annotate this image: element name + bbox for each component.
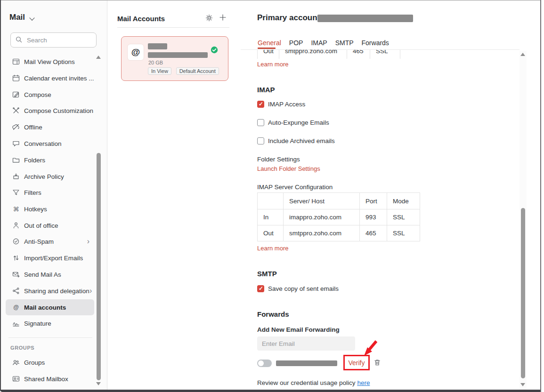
forward-email-input[interactable]: [257, 336, 355, 351]
auto-expunge-row[interactable]: Auto-Expunge Emails: [257, 119, 329, 126]
imap-access-row[interactable]: IMAP Access: [257, 101, 305, 108]
sidebar-item-conversation[interactable]: Conversation: [6, 136, 94, 152]
window-border-top: [0, 0, 541, 0]
add-forwarding-label: Add New Email Forwarding: [257, 326, 340, 333]
sidebar-item-filters[interactable]: Filters: [6, 184, 94, 200]
include-archived-row[interactable]: Include Archived emails: [257, 137, 335, 144]
groups-section-header: GROUPS: [10, 345, 34, 351]
learn-more-link[interactable]: Learn more: [257, 245, 288, 252]
sidebar-item-folders[interactable]: Folders: [6, 152, 94, 168]
badge-row: In View Default Account: [148, 67, 222, 75]
sidebar-item-label: Filters: [24, 189, 41, 196]
tab-smtp[interactable]: SMTP: [335, 39, 354, 47]
tab-imap[interactable]: IMAP: [311, 39, 327, 47]
signature-icon: [12, 320, 20, 327]
sidebar-item-groups[interactable]: Groups: [6, 354, 94, 370]
sidebar-item-out-of-office[interactable]: Out of office: [6, 217, 94, 233]
search-input[interactable]: [26, 35, 94, 45]
tab-forwards[interactable]: Forwards: [362, 39, 389, 47]
imap-server-table: Server/ Host Port Mode In imappro.zoho.c…: [257, 192, 420, 241]
sidebar-scroll-down-icon[interactable]: [96, 382, 101, 385]
sidebar-item-label: Groups: [24, 359, 45, 366]
table-header-cell: Port: [360, 193, 387, 209]
toggle-knob: [258, 360, 264, 366]
add-account-icon[interactable]: [219, 14, 227, 23]
sidebar-scrollbar-thumb[interactable]: [97, 153, 101, 380]
sidebar-item-compose-customization[interactable]: Compose Customization: [6, 103, 94, 119]
right-scroll-down-icon[interactable]: [520, 383, 525, 386]
trash-icon[interactable]: [373, 359, 381, 368]
auto-expunge-checkbox[interactable]: [257, 119, 264, 126]
include-archived-checkbox[interactable]: [257, 137, 264, 144]
launch-folder-settings-link[interactable]: Launch Folder Settings: [257, 165, 320, 172]
page-title: Primary account: [257, 13, 320, 23]
sidebar-item-label: Compose Customization: [24, 107, 93, 114]
mail-accounts-icon: @: [12, 304, 20, 311]
policy-here-link[interactable]: here: [357, 379, 370, 386]
checkbox-label: Auto-Expunge Emails: [268, 119, 329, 126]
sidebar-item-mail-accounts[interactable]: @ Mail accounts: [6, 299, 94, 315]
compose-icon: [12, 91, 20, 98]
imap-access-checkbox[interactable]: [257, 101, 264, 108]
gear-icon[interactable]: [205, 14, 213, 23]
sidebar-item-calendar-event-invites[interactable]: Calendar event invites ...: [6, 70, 94, 86]
sidebar-item-label: Mail View Options: [24, 58, 75, 65]
archive-policy-icon: [12, 173, 20, 180]
anti-spam-icon: [12, 238, 20, 245]
svg-text:@: @: [13, 304, 19, 311]
sidebar-item-shared-mailbox[interactable]: Shared Mailbox: [6, 371, 94, 387]
storage-quota: 20 GB: [148, 60, 163, 65]
sidebar-item-send-mail-as[interactable]: Send Mail As: [6, 266, 94, 282]
table-cell: imappro.zoho.com: [284, 209, 360, 225]
import-export-icon: [12, 254, 20, 262]
sidebar-item-label: Hotkeys: [24, 206, 47, 213]
table-cell: SSL: [387, 225, 420, 241]
checkbox-label: IMAP Access: [268, 101, 305, 108]
imap-section-heading: IMAP: [257, 86, 275, 94]
sidebar-divider: [8, 337, 92, 338]
groups-icon: [12, 359, 20, 366]
sidebar-item-sharing-delegation[interactable]: Sharing and delegation ›: [6, 283, 94, 299]
verify-button[interactable]: Verify: [345, 359, 367, 367]
sidebar-item-label: Send Mail As: [24, 271, 61, 278]
app-window: Mail Mail View Options Calendar event in…: [0, 0, 544, 392]
app-switcher[interactable]: Mail: [9, 13, 25, 22]
tab-pop[interactable]: POP: [289, 39, 303, 47]
tab-general[interactable]: General: [258, 39, 281, 47]
save-copy-checkbox[interactable]: [257, 285, 264, 292]
sidebar-item-compose[interactable]: Compose: [6, 87, 94, 103]
sidebar-item-archive-policy[interactable]: Archive Policy: [6, 168, 94, 184]
in-view-badge: In View: [148, 67, 171, 75]
forwards-section-heading: Forwards: [257, 310, 289, 318]
svg-text:⌘: ⌘: [13, 206, 19, 213]
folders-icon: [12, 156, 20, 164]
imap-server-config-label: IMAP Server Configuration: [257, 184, 333, 191]
partial-cell: Out: [258, 50, 279, 59]
sidebar-item-label: Shared Mailbox: [24, 376, 68, 383]
right-scroll-up-icon[interactable]: [520, 53, 525, 56]
credential-policy-text: Review our credential usage policy here: [257, 379, 370, 386]
table-cell: In: [258, 209, 284, 225]
table-cell: smtppro.zoho.com: [284, 225, 360, 241]
sidebar-item-label: Mail accounts: [24, 304, 66, 311]
right-scrollbar-thumb[interactable]: [521, 208, 525, 378]
policy-text: Review our credential usage policy: [257, 379, 357, 386]
sidebar-item-mail-view-options[interactable]: Mail View Options: [6, 54, 94, 70]
sidebar-item-import-export[interactable]: Import/Export Emails: [6, 250, 94, 266]
window-border-right: [540, 0, 541, 392]
sidebar-item-anti-spam[interactable]: Anti-Spam ›: [6, 233, 94, 249]
sidebar-item-offline[interactable]: Offline: [6, 119, 94, 135]
checkbox-label: Include Archived emails: [268, 137, 335, 144]
sidebar-item-signature[interactable]: Signature: [6, 315, 94, 331]
table-header-cell: Mode: [387, 193, 420, 209]
learn-more-link[interactable]: Learn more: [257, 61, 288, 68]
save-copy-row[interactable]: Save copy of sent emails: [257, 285, 339, 292]
redacted-account-name: [148, 43, 167, 49]
forward-toggle[interactable]: [257, 360, 272, 367]
table-header-cell: Server/ Host: [284, 193, 360, 209]
sidebar-item-hotkeys[interactable]: ⌘ Hotkeys: [6, 201, 94, 217]
account-card[interactable]: @ 20 GB In View Default Account: [121, 36, 228, 81]
sidebar-scroll-up-icon[interactable]: [96, 56, 101, 59]
folder-settings-label: Folder Settings: [257, 156, 300, 163]
sidebar-item-label: Anti-Spam: [24, 238, 54, 245]
